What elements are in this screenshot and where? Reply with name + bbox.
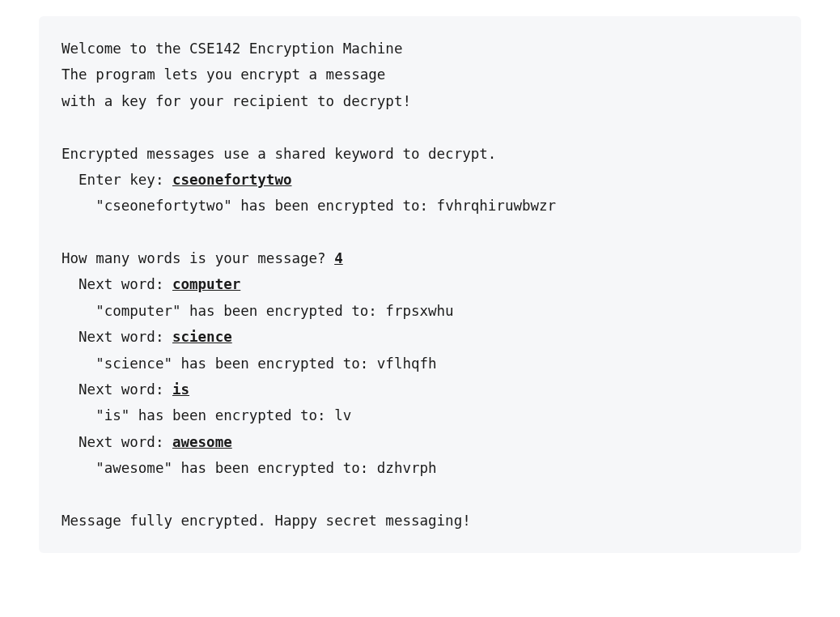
footer-message: Message fully encrypted. Happy secret me… xyxy=(62,513,471,529)
key-result-prefix: "cseonefortytwo" has been encrypted to: xyxy=(62,198,437,214)
word-count-prompt: How many words is your message? xyxy=(62,250,334,266)
key-result-value: fvhrqhiruwbwzr xyxy=(437,198,557,214)
enter-key-label: Enter key: xyxy=(62,172,172,188)
word-input-4: awesome xyxy=(172,434,232,450)
next-word-label: Next word: xyxy=(62,276,172,292)
intro-line-3: with a key for your recipient to decrypt… xyxy=(62,93,411,109)
intro-line-1: Welcome to the CSE142 Encryption Machine xyxy=(62,40,402,57)
word-input-3: is xyxy=(172,381,189,398)
intro-line-2: The program lets you encrypt a message xyxy=(62,66,385,83)
word-input-1: computer xyxy=(172,276,240,292)
console-output: Welcome to the CSE142 Encryption Machine… xyxy=(39,16,801,553)
word-result-1: "computer" has been encrypted to: frpsxw… xyxy=(62,303,454,319)
next-word-label: Next word: xyxy=(62,381,172,398)
key-prompt: Encrypted messages use a shared keyword … xyxy=(62,146,496,162)
word-result-3: "is" has been encrypted to: lv xyxy=(62,407,351,423)
word-result-4: "awesome" has been encrypted to: dzhvrph xyxy=(62,460,437,476)
next-word-label: Next word: xyxy=(62,329,172,345)
word-input-2: science xyxy=(172,329,232,345)
word-count-input: 4 xyxy=(334,250,343,266)
next-word-label: Next word: xyxy=(62,434,172,450)
key-input: cseonefortytwo xyxy=(172,172,292,188)
word-result-2: "science" has been encrypted to: vflhqfh xyxy=(62,355,437,372)
